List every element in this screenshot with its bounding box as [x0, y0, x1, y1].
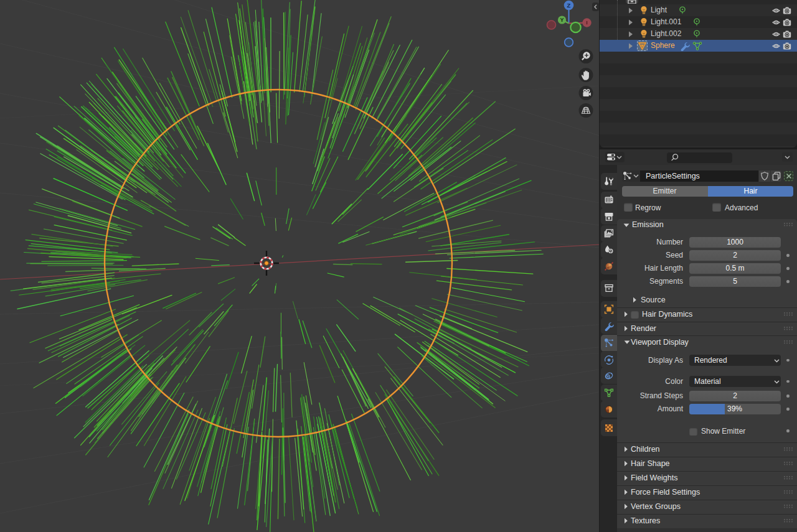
svg-text:Y: Y [560, 17, 564, 23]
svg-text:Z: Z [567, 2, 571, 9]
